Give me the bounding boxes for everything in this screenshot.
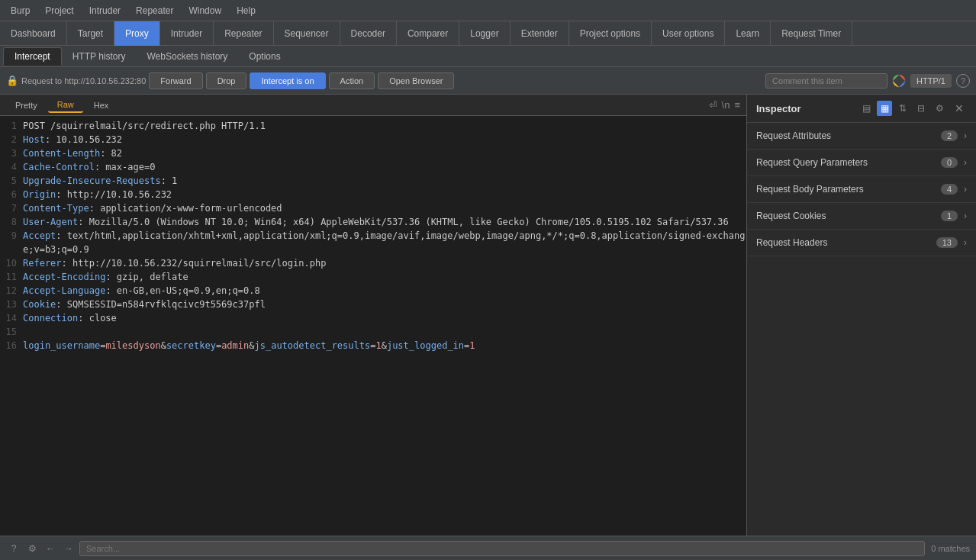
menu-bar: Burp Project Intruder Repeater Window He… bbox=[0, 0, 976, 21]
action-button[interactable]: Action bbox=[329, 72, 375, 89]
inspector-view-icons: ▤ ▦ ⇅ ⊟ ⚙ bbox=[858, 101, 947, 116]
tab-learn[interactable]: Learn bbox=[725, 21, 771, 46]
tab-decoder[interactable]: Decoder bbox=[340, 21, 397, 46]
inspector-row[interactable]: Request Attributes2› bbox=[747, 123, 976, 150]
line-number: 7 bbox=[0, 201, 23, 215]
line-number: 8 bbox=[0, 215, 23, 229]
code-line: 9Accept: text/html,application/xhtml+xml… bbox=[0, 229, 746, 256]
tab-dashboard[interactable]: Dashboard bbox=[0, 21, 67, 46]
tab-request-timer[interactable]: Request Timer bbox=[771, 21, 852, 46]
tab-http-history[interactable]: HTTP history bbox=[62, 48, 137, 65]
inspector-rows: Request Attributes2›Request Query Parame… bbox=[747, 123, 976, 256]
line-content: Upgrade-Insecure-Requests: 1 bbox=[23, 174, 746, 188]
tab-user-options[interactable]: User options bbox=[652, 21, 725, 46]
word-wrap-icon[interactable]: ⏎ bbox=[709, 99, 717, 111]
tab-target[interactable]: Target bbox=[67, 21, 114, 46]
inspector-row[interactable]: Request Query Parameters0› bbox=[747, 150, 976, 176]
open-browser-button[interactable]: Open Browser bbox=[378, 72, 454, 89]
line-content: Connection: close bbox=[23, 311, 746, 325]
code-line: 16login_username=milesdyson&secretkey=ad… bbox=[0, 339, 746, 352]
line-content: Host: 10.10.56.232 bbox=[23, 133, 746, 146]
tab-project-options[interactable]: Project options bbox=[569, 21, 652, 46]
tab-intercept[interactable]: Intercept bbox=[3, 47, 62, 66]
inspector-row[interactable]: Request Cookies1› bbox=[747, 203, 976, 230]
code-line: 2Host: 10.10.56.232 bbox=[0, 133, 746, 146]
code-line: 1POST /squirrelmail/src/redirect.php HTT… bbox=[0, 119, 746, 133]
editor-tab-pretty[interactable]: Pretty bbox=[6, 98, 47, 112]
tab-intruder[interactable]: Intruder bbox=[160, 21, 214, 46]
forward-nav-icon[interactable]: → bbox=[61, 541, 76, 556]
inspector-row-label: Request Cookies bbox=[756, 211, 941, 221]
tab-websockets-history[interactable]: WebSockets history bbox=[137, 48, 239, 65]
tab-comparer[interactable]: Comparer bbox=[397, 21, 459, 46]
line-number: 1 bbox=[0, 119, 23, 133]
http-version-badge: HTTP/1 bbox=[910, 74, 952, 88]
line-content: Cache-Control: max-age=0 bbox=[23, 160, 746, 174]
code-line: 4Cache-Control: max-age=0 bbox=[0, 160, 746, 174]
forward-button[interactable]: Forward bbox=[149, 72, 202, 89]
inspector-title: Inspector bbox=[756, 103, 854, 114]
menu-burp[interactable]: Burp bbox=[3, 2, 37, 19]
line-content: Content-Type: application/x-www-form-url… bbox=[23, 201, 746, 215]
line-content: login_username=milesdyson&secretkey=admi… bbox=[23, 339, 746, 352]
tab-proxy[interactable]: Proxy bbox=[114, 21, 160, 46]
inspector-row[interactable]: Request Body Parameters4› bbox=[747, 176, 976, 203]
toolbar: 🔒 Request to http://10.10.56.232:80 Forw… bbox=[0, 67, 976, 95]
code-line: 8User-Agent: Mozilla/5.0 (Windows NT 10.… bbox=[0, 215, 746, 229]
code-line: 10Referer: http://10.10.56.232/squirrelm… bbox=[0, 256, 746, 270]
menu-intruder[interactable]: Intruder bbox=[82, 2, 128, 19]
inspector-sort-icon[interactable]: ⇅ bbox=[895, 101, 910, 116]
code-line: 11Accept-Encoding: gzip, deflate bbox=[0, 270, 746, 284]
chevron-icon: › bbox=[964, 157, 967, 168]
line-number: 13 bbox=[0, 298, 23, 311]
inspector-filter-icon[interactable]: ⊟ bbox=[913, 101, 929, 116]
inspector-row-count: 2 bbox=[941, 130, 958, 141]
comment-input[interactable] bbox=[765, 73, 887, 89]
settings-bottom-icon[interactable]: ⚙ bbox=[24, 541, 40, 556]
menu-repeater[interactable]: Repeater bbox=[128, 2, 181, 19]
line-number: 10 bbox=[0, 256, 23, 270]
editor-tab-hex[interactable]: Hex bbox=[85, 98, 118, 112]
inspector-settings-icon[interactable]: ⚙ bbox=[932, 101, 947, 116]
menu-project[interactable]: Project bbox=[37, 2, 81, 19]
inspector-close-button[interactable]: ✕ bbox=[952, 102, 967, 114]
code-line: 13Cookie: SQMSESSID=n584rvfklqcivc9t5569… bbox=[0, 298, 746, 311]
tab-options[interactable]: Options bbox=[238, 48, 291, 65]
inspector-header: Inspector ▤ ▦ ⇅ ⊟ ⚙ ✕ bbox=[747, 95, 976, 123]
lock-icon: 🔒 bbox=[6, 75, 18, 86]
line-number: 12 bbox=[0, 284, 23, 298]
back-icon[interactable]: ← bbox=[43, 541, 58, 556]
code-line: 7Content-Type: application/x-www-form-ur… bbox=[0, 201, 746, 215]
line-number: 4 bbox=[0, 160, 23, 174]
tab-repeater[interactable]: Repeater bbox=[214, 21, 273, 46]
code-editor[interactable]: 1POST /squirrelmail/src/redirect.php HTT… bbox=[0, 116, 746, 536]
chevron-icon: › bbox=[964, 211, 967, 221]
sub-tab-bar: Intercept HTTP history WebSockets histor… bbox=[0, 46, 976, 67]
chevron-icon: › bbox=[964, 130, 967, 141]
drop-button[interactable]: Drop bbox=[206, 72, 247, 89]
tab-extender[interactable]: Extender bbox=[511, 21, 569, 46]
editor-panel: Pretty Raw Hex ⏎ \n ≡ 1POST /squirrelmai… bbox=[0, 95, 747, 536]
code-line: 3Content-Length: 82 bbox=[0, 146, 746, 160]
search-input[interactable] bbox=[79, 541, 925, 556]
line-content: User-Agent: Mozilla/5.0 (Windows NT 10.0… bbox=[23, 215, 746, 229]
editor-tab-raw[interactable]: Raw bbox=[48, 98, 83, 113]
line-number: 2 bbox=[0, 133, 23, 146]
tab-sequencer[interactable]: Sequencer bbox=[274, 21, 340, 46]
main-area: Pretty Raw Hex ⏎ \n ≡ 1POST /squirrelmai… bbox=[0, 95, 976, 536]
more-icon[interactable]: ≡ bbox=[734, 99, 740, 111]
code-line: 15 bbox=[0, 325, 746, 339]
tab-logger[interactable]: Logger bbox=[459, 21, 510, 46]
newlines-icon[interactable]: \n bbox=[722, 99, 730, 111]
intercept-button[interactable]: Intercept is on bbox=[250, 72, 325, 89]
line-content: Accept: text/html,application/xhtml+xml,… bbox=[23, 229, 746, 256]
inspector-grid-view[interactable]: ▦ bbox=[877, 101, 892, 116]
help-button[interactable]: ? bbox=[956, 74, 970, 88]
line-number: 6 bbox=[0, 188, 23, 201]
help-bottom-icon[interactable]: ? bbox=[6, 541, 21, 556]
inspector-list-view[interactable]: ▤ bbox=[858, 101, 874, 116]
menu-window[interactable]: Window bbox=[181, 2, 229, 19]
inspector-row[interactable]: Request Headers13› bbox=[747, 230, 976, 256]
menu-help[interactable]: Help bbox=[229, 2, 263, 19]
line-content: Origin: http://10.10.56.232 bbox=[23, 188, 746, 201]
